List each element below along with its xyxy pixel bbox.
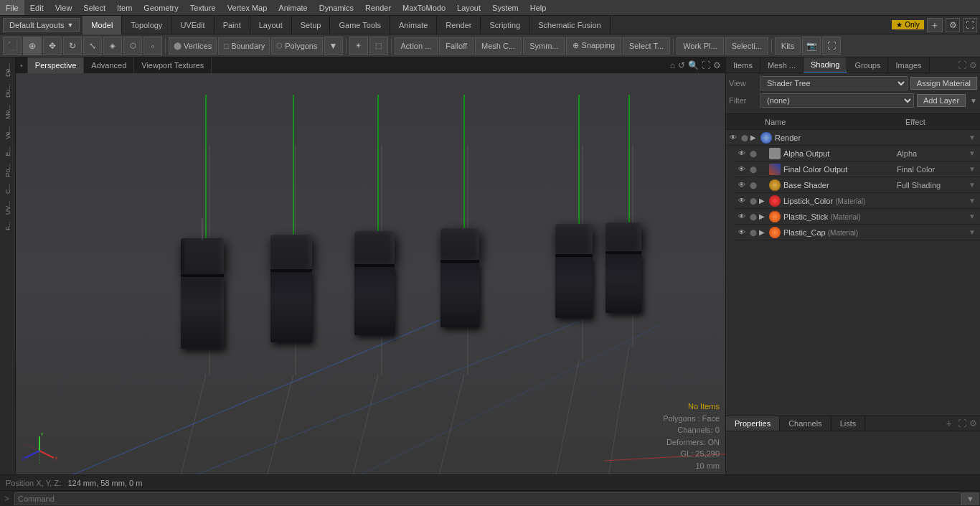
filter-select[interactable]: (none) <box>760 93 914 108</box>
layout-dropdown[interactable]: Default Layouts ▼ <box>3 18 80 32</box>
tree-eye-plastic-cap[interactable]: 👁 <box>736 228 748 236</box>
tree-lock-plastic-stick[interactable]: ⬤ <box>748 213 759 220</box>
command-input[interactable] <box>15 495 961 503</box>
tree-lock-base-shader[interactable]: ⬤ <box>748 182 759 189</box>
mode-btn2[interactable]: ⬡ <box>123 37 142 55</box>
layout-tab-render[interactable]: Render <box>437 16 481 34</box>
sidebar-item-e[interactable]: E... <box>3 144 13 159</box>
layout-tab-schematic[interactable]: Schematic Fusion <box>529 16 610 34</box>
assign-material-button[interactable]: Assign Material <box>910 77 977 90</box>
select-t-button[interactable]: Select T... <box>623 37 670 55</box>
sidebar-item-du[interactable]: Du... <box>3 81 13 100</box>
tree-chevron-plastic-cap[interactable]: ▼ <box>969 228 979 236</box>
action-button[interactable]: Action ... <box>395 37 438 55</box>
falloff-button[interactable]: Falloff <box>439 37 473 55</box>
fullscreen-viewport-btn[interactable]: ⛶ <box>822 37 841 55</box>
shader-tree-select[interactable]: Shader Tree <box>760 76 908 90</box>
sidebar-item-po[interactable]: Po... <box>3 161 13 180</box>
panel-tab-images[interactable]: Images <box>888 57 929 72</box>
layout-tab-paint[interactable]: Paint <box>215 16 250 34</box>
tree-chevron-alpha[interactable]: ▼ <box>969 149 979 157</box>
menu-select[interactable]: Select <box>77 0 111 15</box>
panel-tab-shading[interactable]: Shading <box>804 57 847 72</box>
tree-eye-final-color[interactable]: 👁 <box>736 165 748 173</box>
transform-tool[interactable]: ⬛ <box>3 37 22 55</box>
menu-animate[interactable]: Animate <box>273 0 313 15</box>
bottom-panel-settings-icon[interactable]: ⚙ <box>969 418 977 428</box>
tree-chevron-base-shader[interactable]: ▼ <box>969 181 979 189</box>
menu-texture[interactable]: Texture <box>184 0 222 15</box>
tree-lock-render[interactable]: ⬤ <box>739 134 750 141</box>
viewport[interactable]: • Perspective Advanced Viewport Textures… <box>16 57 725 474</box>
tree-row-render[interactable]: 👁 ⬤ ▶ Render ▼ <box>726 130 980 146</box>
menu-layout[interactable]: Layout <box>451 0 486 15</box>
tree-lock-lipstick-color[interactable]: ⬤ <box>748 197 759 205</box>
add-layer-chevron-icon[interactable]: ▼ <box>970 97 977 105</box>
tree-lock-final-color[interactable]: ⬤ <box>748 166 759 173</box>
mode-btn3[interactable]: ⬦ <box>143 37 162 55</box>
layout-tab-model[interactable]: Model <box>83 16 122 34</box>
tree-arrow-render[interactable]: ▶ <box>750 133 760 141</box>
star-only-button[interactable]: ★ Only <box>892 20 923 29</box>
snapping-button[interactable]: ⊕ Snapping <box>566 37 621 55</box>
polygons-button[interactable]: ⬡ Polygons <box>271 37 322 55</box>
menu-maxtomodo[interactable]: MaxToModo <box>397 0 451 15</box>
layout-tab-animate[interactable]: Animate <box>390 16 437 34</box>
tree-chevron-plastic-stick[interactable]: ▼ <box>969 212 979 220</box>
menu-item[interactable]: Item <box>111 0 138 15</box>
vp-icon-refresh[interactable]: ↺ <box>678 60 685 70</box>
vp-tab-perspective[interactable]: Perspective <box>28 57 84 73</box>
tree-chevron-final-color[interactable]: ▼ <box>969 165 979 173</box>
toggle-btn1[interactable]: ☀ <box>349 37 368 55</box>
menu-file[interactable]: File <box>0 0 24 15</box>
sidebar-item-me[interactable]: Me... <box>3 102 13 122</box>
select-tool[interactable]: ⊕ <box>23 37 42 55</box>
menu-system[interactable]: System <box>486 0 524 15</box>
bottom-tab-plus[interactable]: + <box>941 416 958 431</box>
kits-button[interactable]: Kits <box>775 37 801 55</box>
menu-edit[interactable]: Edit <box>24 0 50 15</box>
panel-tab-mesh[interactable]: Mesh ... <box>760 57 804 72</box>
tree-chevron-lipstick-color[interactable]: ▼ <box>969 197 979 205</box>
panel-tab-groups[interactable]: Groups <box>847 57 888 72</box>
scale-tool[interactable]: ⤡ <box>83 37 102 55</box>
camera-btn[interactable]: 📷 <box>802 37 821 55</box>
selecti-button[interactable]: Selecti... <box>725 37 768 55</box>
symm-button[interactable]: Symm... <box>523 37 565 55</box>
tree-row-lipstick-color[interactable]: 👁 ⬤ ▶ Lipstick_Color (Material) ▼ <box>735 193 980 209</box>
tree-eye-render[interactable]: 👁 <box>727 133 739 141</box>
tree-lock-alpha[interactable]: ⬤ <box>748 150 759 157</box>
add-layer-button[interactable]: Add Layer <box>917 94 966 107</box>
bottom-panel-expand-icon[interactable]: ⛶ <box>958 418 966 428</box>
layout-tab-topology[interactable]: Topology <box>122 16 171 34</box>
tree-lock-plastic-cap[interactable]: ⬤ <box>748 229 759 236</box>
sidebar-item-f[interactable]: F... <box>3 219 13 233</box>
work-pl-button[interactable]: Work Pl... <box>677 37 723 55</box>
vertices-button[interactable]: ⬤ Vertices <box>169 37 217 55</box>
bottom-tab-channels[interactable]: Channels <box>780 416 831 431</box>
vp-icon-zoom[interactable]: 🔍 <box>688 60 699 70</box>
menu-vertex-map[interactable]: Vertex Map <box>222 0 273 15</box>
layout-tab-gametools[interactable]: Game Tools <box>330 16 390 34</box>
bottom-tab-lists[interactable]: Lists <box>831 416 866 431</box>
tree-row-alpha[interactable]: 👁 ⬤ Alpha Output Alpha ▼ <box>735 146 980 161</box>
tree-arrow-plastic-cap[interactable]: ▶ <box>759 228 769 236</box>
panel-expand-icon[interactable]: ⛶ <box>958 60 966 70</box>
layout-tab-layout[interactable]: Layout <box>250 16 292 34</box>
polygon-type-btn[interactable]: ▼ <box>324 37 343 55</box>
menu-help[interactable]: Help <box>524 0 552 15</box>
vp-tab-advanced[interactable]: Advanced <box>84 57 134 73</box>
bottom-tab-properties[interactable]: Properties <box>726 416 780 431</box>
menu-dynamics[interactable]: Dynamics <box>314 0 359 15</box>
vp-icon-settings[interactable]: ⚙ <box>713 60 721 70</box>
tree-row-plastic-stick[interactable]: 👁 ⬤ ▶ Plastic_Stick (Material) ▼ <box>735 209 980 225</box>
mesh-c-button[interactable]: Mesh C... <box>475 37 522 55</box>
panel-tab-items[interactable]: Items <box>726 57 760 72</box>
tree-eye-alpha[interactable]: 👁 <box>736 149 748 157</box>
menu-geometry[interactable]: Geometry <box>138 0 184 15</box>
fullscreen-icon[interactable]: ⛶ <box>963 18 977 32</box>
panel-settings-icon[interactable]: ⚙ <box>969 60 977 70</box>
tree-arrow-lipstick-color[interactable]: ▶ <box>759 197 769 205</box>
tree-arrow-plastic-stick[interactable]: ▶ <box>759 212 769 220</box>
settings-icon[interactable]: ⚙ <box>946 18 960 32</box>
